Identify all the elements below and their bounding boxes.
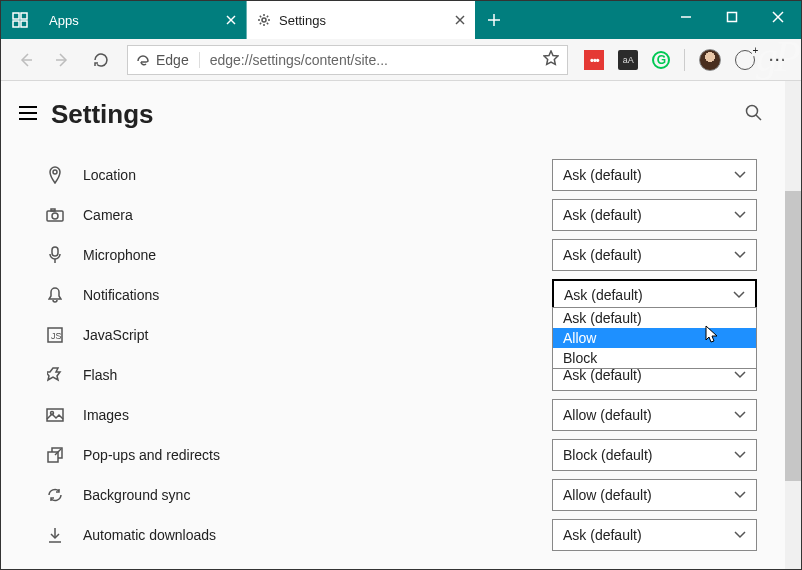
microphone-icon xyxy=(45,246,65,264)
close-icon xyxy=(772,11,784,23)
permission-select-microphone[interactable]: Ask (default) xyxy=(552,239,757,271)
back-button[interactable] xyxy=(7,42,43,78)
permission-select-location[interactable]: Ask (default) xyxy=(552,159,757,191)
tab-apps[interactable]: Apps xyxy=(39,1,247,39)
permission-select-camera[interactable]: Ask (default) xyxy=(552,199,757,231)
grid-icon xyxy=(12,12,28,28)
chevron-down-icon xyxy=(734,171,746,179)
svg-rect-25 xyxy=(51,209,55,211)
star-icon xyxy=(543,50,559,66)
app-menu-button[interactable] xyxy=(1,1,39,39)
permission-label: Images xyxy=(83,407,552,423)
chevron-down-icon xyxy=(734,451,746,459)
permission-select-automatic-downloads[interactable]: Ask (default) xyxy=(552,519,757,551)
forward-button[interactable] xyxy=(45,42,81,78)
permission-row-background-sync[interactable]: Background sync Allow (default) xyxy=(45,475,775,515)
svg-point-24 xyxy=(52,213,58,219)
feedback-button[interactable] xyxy=(735,50,755,70)
permission-label: Background sync xyxy=(83,487,552,503)
page-title: Settings xyxy=(51,99,745,130)
settings-search-button[interactable] xyxy=(745,104,763,125)
popup-icon xyxy=(45,447,65,463)
location-icon xyxy=(45,166,65,184)
sync-icon xyxy=(45,487,65,503)
chevron-down-icon xyxy=(734,371,746,379)
chevron-down-icon xyxy=(734,211,746,219)
svg-rect-26 xyxy=(52,247,58,256)
favorite-button[interactable] xyxy=(543,50,559,69)
site-identity[interactable]: Edge xyxy=(136,52,200,68)
permission-label: Notifications xyxy=(83,287,552,303)
scrollbar-track[interactable] xyxy=(785,81,801,569)
dropdown-option[interactable]: Allow xyxy=(553,328,756,348)
permission-row-popups[interactable]: Pop-ups and redirects Block (default) xyxy=(45,435,775,475)
page-content: Settings Location Ask (default) Camera A… xyxy=(1,81,801,569)
address-bar[interactable]: Edge edge://settings/content/site... xyxy=(127,45,568,75)
permission-row-microphone[interactable]: Microphone Ask (default) xyxy=(45,235,775,275)
extension-grammarly-icon[interactable]: G xyxy=(652,51,670,69)
window-title-bar: Apps Settings xyxy=(1,1,801,39)
search-icon xyxy=(745,104,763,122)
permission-label: Pop-ups and redirects xyxy=(83,447,552,463)
permission-row-notifications[interactable]: Notifications Ask (default) Ask (default… xyxy=(45,275,775,315)
permission-select-images[interactable]: Allow (default) xyxy=(552,399,757,431)
tab-title: Apps xyxy=(49,13,218,28)
permission-label: Location xyxy=(83,167,552,183)
permission-row-automatic-downloads[interactable]: Automatic downloads Ask (default) xyxy=(45,515,775,555)
svg-rect-0 xyxy=(13,13,19,19)
permission-row-images[interactable]: Images Allow (default) xyxy=(45,395,775,435)
svg-point-6 xyxy=(262,18,266,22)
dropdown-option[interactable]: Block xyxy=(553,348,756,368)
svg-rect-12 xyxy=(728,13,737,22)
profile-avatar[interactable] xyxy=(699,49,721,71)
permission-label: Flash xyxy=(83,367,552,383)
permission-label: Camera xyxy=(83,207,552,223)
dropdown-menu: Ask (default) Allow Block xyxy=(552,307,757,369)
tab-settings[interactable]: Settings xyxy=(247,1,475,39)
page-header: Settings xyxy=(1,81,801,147)
extension-lastpass-icon[interactable]: ••• xyxy=(584,50,604,70)
refresh-button[interactable] xyxy=(83,42,119,78)
chevron-down-icon xyxy=(733,291,745,299)
tab-close-button[interactable] xyxy=(455,13,465,28)
svg-point-22 xyxy=(53,170,57,174)
extensions-area: ••• aA G ··· xyxy=(576,49,795,71)
tab-title: Settings xyxy=(279,13,447,28)
window-close-button[interactable] xyxy=(755,1,801,33)
maximize-button[interactable] xyxy=(709,1,755,33)
extension-dark-icon[interactable]: aA xyxy=(618,50,638,70)
tab-close-button[interactable] xyxy=(226,13,236,28)
scrollbar-thumb[interactable] xyxy=(785,191,801,481)
permission-select-popups[interactable]: Block (default) xyxy=(552,439,757,471)
minimize-icon xyxy=(680,11,692,23)
close-icon xyxy=(226,15,236,25)
download-icon xyxy=(45,527,65,543)
more-menu-button[interactable]: ··· xyxy=(769,52,787,68)
svg-rect-1 xyxy=(21,13,27,19)
bell-icon xyxy=(45,287,65,303)
permission-label: Automatic downloads xyxy=(83,527,552,543)
separator xyxy=(684,49,685,71)
svg-rect-3 xyxy=(21,21,27,27)
svg-line-21 xyxy=(756,115,761,120)
arrow-right-icon xyxy=(54,51,72,69)
new-tab-button[interactable] xyxy=(475,1,513,39)
images-icon xyxy=(45,408,65,422)
chevron-down-icon xyxy=(734,491,746,499)
permission-row-camera[interactable]: Camera Ask (default) xyxy=(45,195,775,235)
camera-icon xyxy=(45,208,65,222)
svg-point-20 xyxy=(747,105,758,116)
javascript-icon: JS xyxy=(45,327,65,343)
permission-row-location[interactable]: Location Ask (default) xyxy=(45,155,775,195)
dropdown-option[interactable]: Ask (default) xyxy=(553,308,756,328)
browser-toolbar: Edge edge://settings/content/site... •••… xyxy=(1,39,801,81)
svg-rect-2 xyxy=(13,21,19,27)
svg-text:JS: JS xyxy=(51,331,62,341)
permission-label: JavaScript xyxy=(83,327,552,343)
chevron-down-icon xyxy=(734,531,746,539)
settings-menu-button[interactable] xyxy=(19,106,37,123)
plus-icon xyxy=(488,14,500,26)
minimize-button[interactable] xyxy=(663,1,709,33)
permission-select-background-sync[interactable]: Allow (default) xyxy=(552,479,757,511)
arrow-left-icon xyxy=(16,51,34,69)
